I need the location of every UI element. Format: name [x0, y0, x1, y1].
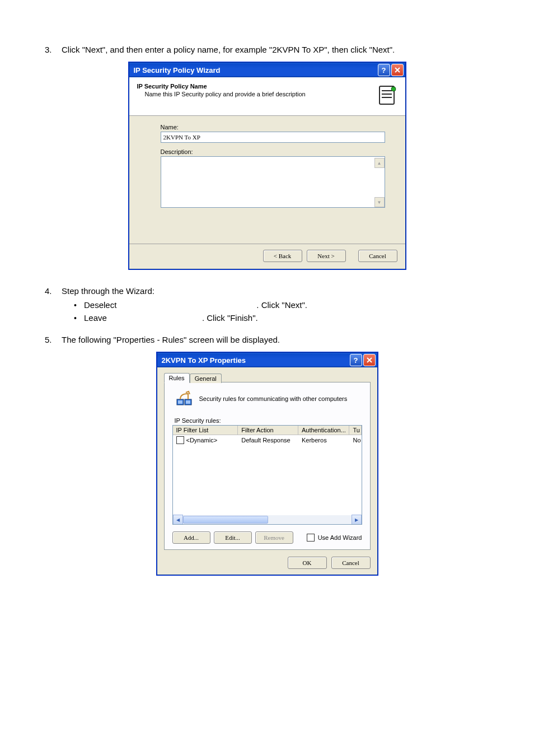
wizard-titlebar: IP Security Policy Wizard ?	[129, 63, 405, 77]
remove-button: Remove	[255, 531, 293, 544]
scroll-up-icon[interactable]: ▲	[374, 158, 385, 168]
cell-filter-action: Default Response	[238, 436, 298, 445]
step4b-part1: Leave	[84, 313, 107, 323]
properties-dialog: 2KVPN To XP Properties ? Rules General	[157, 352, 378, 575]
use-add-wizard-checkbox[interactable]	[307, 534, 315, 542]
wizard-title: IP Security Policy Wizard	[134, 66, 221, 74]
bullet-icon: •	[74, 314, 84, 323]
next-button[interactable]: Next >	[307, 250, 346, 262]
edit-button[interactable]: Edit...	[214, 531, 252, 544]
listview-header[interactable]: IP Filter List Filter Action Authenticat…	[173, 426, 362, 435]
name-label: Name:	[161, 124, 385, 130]
step4a-part1: Deselect	[84, 300, 116, 310]
step3-text: Click "Next", and then enter a policy na…	[62, 45, 489, 54]
scroll-right-icon[interactable]: ▶	[352, 515, 362, 525]
close-button[interactable]	[391, 64, 404, 76]
list-number: 4	[45, 286, 62, 327]
cell-filter-list: <Dynamic>	[186, 437, 218, 444]
col-filter-action[interactable]: Filter Action	[238, 426, 298, 435]
tab-general[interactable]: General	[190, 374, 222, 383]
svg-rect-8	[186, 400, 190, 404]
table-row[interactable]: <Dynamic> Default Response Kerberos No	[173, 435, 362, 445]
close-button[interactable]	[363, 354, 376, 366]
properties-titlebar: 2KVPN To XP Properties ?	[157, 353, 377, 367]
use-add-wizard-label: Use Add Wizard	[318, 534, 362, 541]
scroll-left-icon[interactable]: ◀	[173, 515, 183, 525]
use-add-wizard-option[interactable]: Use Add Wizard	[307, 534, 362, 542]
add-button[interactable]: Add...	[172, 531, 210, 544]
help-button[interactable]: ?	[350, 354, 362, 366]
scrollbar-thumb[interactable]	[183, 516, 269, 524]
ok-button[interactable]: OK	[288, 557, 327, 569]
wizard-dialog: IP Security Policy Wizard ? IP Security …	[129, 62, 406, 269]
col-tunnel[interactable]: Tu	[349, 426, 361, 435]
step4-text: Step through the Wizard:	[62, 286, 489, 296]
wizard-icon	[374, 83, 399, 108]
list-number: 5	[45, 335, 62, 344]
wizard-subheading: Name this IP Security policy and provide…	[145, 91, 306, 97]
panel-description: Security rules for communicating with ot…	[199, 395, 348, 402]
cell-authentication: Kerberos	[298, 436, 349, 445]
properties-title: 2KVPN To XP Properties	[162, 356, 246, 365]
wizard-heading: IP Security Policy Name	[137, 83, 306, 90]
col-filter-list[interactable]: IP Filter List	[173, 426, 238, 435]
bullet-icon: •	[74, 301, 84, 310]
list-number: 3	[45, 45, 62, 54]
cancel-button[interactable]: Cancel	[331, 557, 371, 569]
step4b-part2: . Click "Finish".	[202, 313, 258, 323]
svg-rect-6	[178, 400, 182, 404]
security-rules-icon	[176, 390, 193, 407]
col-authentication[interactable]: Authentication...	[298, 426, 349, 435]
name-input[interactable]	[161, 132, 385, 143]
horizontal-scrollbar[interactable]: ◀ ▶	[173, 515, 362, 524]
svg-point-4	[391, 87, 396, 91]
scroll-down-icon[interactable]: ▼	[374, 197, 385, 207]
rules-list-label: IP Security rules:	[175, 417, 362, 424]
row-checkbox[interactable]	[176, 436, 184, 444]
help-button[interactable]: ?	[378, 64, 390, 76]
cancel-button[interactable]: Cancel	[358, 250, 397, 262]
textarea-scrollbar[interactable]: ▲ ▼	[374, 158, 383, 207]
description-label: Description:	[161, 148, 385, 155]
cell-tunnel: No	[349, 436, 361, 445]
rules-listview[interactable]: IP Filter List Filter Action Authenticat…	[172, 425, 362, 525]
description-textarea[interactable]	[161, 156, 385, 208]
step5-text: The following "Properties - Rules" scree…	[62, 335, 489, 344]
back-button[interactable]: < Back	[263, 250, 302, 262]
step4a-part2: . Click "Next".	[256, 300, 307, 310]
tab-rules[interactable]: Rules	[164, 373, 190, 383]
